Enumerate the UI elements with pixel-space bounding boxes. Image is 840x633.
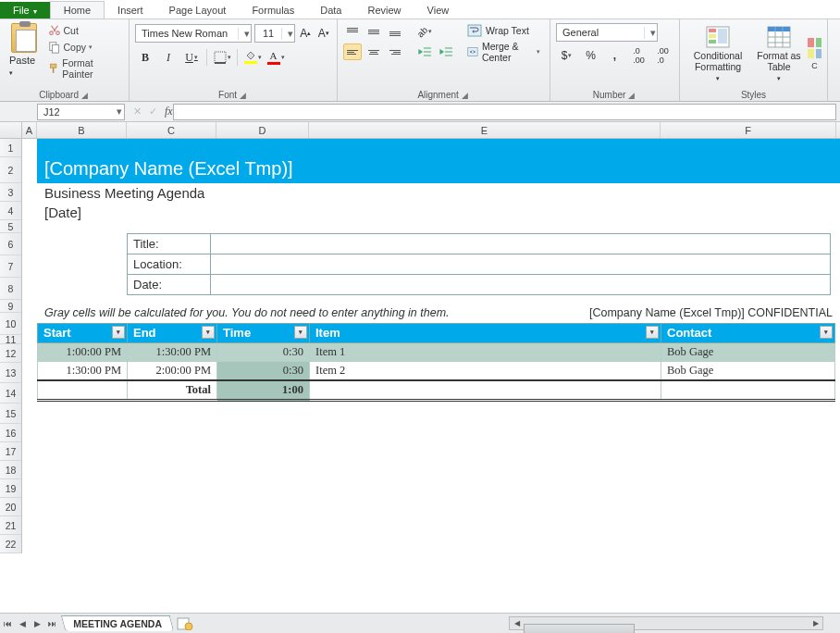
increase-font-button[interactable]: A▴: [298, 23, 314, 43]
filter-icon[interactable]: ▾: [820, 326, 833, 339]
merge-center-button[interactable]: Merge & Center ▾: [463, 40, 544, 64]
font-color-button[interactable]: A▾: [266, 47, 286, 68]
wrap-text-button[interactable]: Wrap Text: [463, 23, 544, 38]
font-name-combo[interactable]: Times New Roman▾: [135, 24, 252, 43]
comma-button[interactable]: ,: [604, 45, 625, 66]
font-size-combo[interactable]: 11▾: [254, 24, 295, 43]
bold-button[interactable]: B: [135, 47, 155, 68]
align-center-button[interactable]: [364, 43, 383, 60]
enter-formula-icon[interactable]: ✓: [149, 106, 157, 118]
row-11[interactable]: 11: [0, 335, 21, 344]
total-row[interactable]: Total 1:00: [38, 380, 835, 401]
fill-color-button[interactable]: ▾: [242, 47, 263, 68]
decrease-font-button[interactable]: A▾: [316, 23, 332, 43]
svg-rect-2: [50, 64, 56, 68]
decrease-decimal-button[interactable]: .00.0: [652, 45, 673, 66]
increase-decimal-button[interactable]: .0.00: [628, 45, 649, 66]
row-6[interactable]: 6: [0, 233, 21, 255]
row-1[interactable]: 1: [0, 139, 21, 157]
row-12[interactable]: 12: [0, 344, 21, 363]
row-19[interactable]: 19: [0, 479, 21, 498]
row-4[interactable]: 4: [0, 202, 21, 220]
row-8[interactable]: 8: [0, 278, 21, 300]
row-9[interactable]: 9: [0, 300, 21, 313]
row-3[interactable]: 3: [0, 183, 21, 202]
number-format-combo[interactable]: General▾: [556, 23, 658, 42]
meta-date-value[interactable]: [211, 275, 831, 295]
col-A[interactable]: A: [22, 122, 37, 138]
format-as-table-button[interactable]: Format as Table▾: [753, 23, 805, 85]
company-title-cell[interactable]: [Company Name (Excel Tmp)]: [37, 139, 840, 183]
hdr-contact[interactable]: Contact▾: [661, 324, 835, 343]
col-B[interactable]: B: [37, 122, 127, 138]
row-17[interactable]: 17: [0, 442, 21, 461]
row-20[interactable]: 20: [0, 498, 21, 516]
align-right-button[interactable]: [386, 43, 404, 60]
row-5[interactable]: 5: [0, 220, 21, 233]
row-16[interactable]: 16: [0, 424, 21, 442]
meta-title-label[interactable]: Title:: [128, 234, 211, 254]
meta-location-label[interactable]: Location:: [128, 254, 211, 275]
tab-insert[interactable]: Insert: [105, 2, 156, 19]
format-painter-button[interactable]: Format Painter: [46, 56, 124, 81]
fx-icon[interactable]: fx: [165, 105, 173, 118]
table-row[interactable]: 1:30:00 PM 2:00:00 PM 0:30 Item 2 Bob Ga…: [38, 362, 835, 381]
paste-button[interactable]: Paste ▾: [6, 21, 43, 79]
row-22[interactable]: 22: [0, 535, 21, 553]
date-cell[interactable]: [Date]: [37, 203, 840, 222]
hdr-item[interactable]: Item▾: [310, 324, 661, 343]
row-10[interactable]: 10: [0, 313, 21, 335]
row-13[interactable]: 13: [0, 363, 21, 383]
col-F[interactable]: F: [661, 122, 836, 138]
hdr-start[interactable]: Start▾: [38, 324, 128, 343]
row-7[interactable]: 7: [0, 255, 21, 278]
table-row[interactable]: 1:00:00 PM 1:30:00 PM 0:30 Item 1 Bob Ga…: [38, 343, 835, 362]
filter-icon[interactable]: ▾: [294, 326, 307, 339]
orientation-button[interactable]: ab▾: [415, 23, 434, 40]
tab-page-layout[interactable]: Page Layout: [156, 2, 240, 19]
row-2[interactable]: 2: [0, 157, 21, 183]
tab-file[interactable]: File▾: [0, 2, 50, 19]
tab-data[interactable]: Data: [307, 2, 354, 19]
border-button[interactable]: ▾: [212, 47, 232, 68]
cancel-formula-icon[interactable]: ✕: [133, 106, 142, 118]
align-middle-button[interactable]: [364, 23, 383, 40]
row-14[interactable]: 14: [0, 383, 21, 403]
filter-icon[interactable]: ▾: [202, 326, 215, 339]
tab-view[interactable]: View: [414, 2, 463, 19]
percent-button[interactable]: %: [580, 45, 601, 66]
tab-review[interactable]: Review: [354, 2, 414, 19]
decrease-indent-button[interactable]: [415, 43, 434, 60]
row-15[interactable]: 15: [0, 403, 21, 424]
meta-location-value[interactable]: [211, 254, 831, 275]
conditional-formatting-button[interactable]: Conditional Formatting▾: [686, 23, 750, 85]
col-C[interactable]: C: [127, 122, 216, 138]
formula-bar-input[interactable]: [173, 104, 836, 120]
col-D[interactable]: D: [216, 122, 309, 138]
underline-button[interactable]: U▾: [181, 47, 202, 68]
align-top-button[interactable]: [343, 23, 362, 40]
tab-home[interactable]: Home: [50, 1, 105, 19]
tab-formulas[interactable]: Formulas: [239, 2, 307, 19]
subtitle-cell[interactable]: Business Meeting Agenda: [37, 183, 840, 203]
copy-button[interactable]: Copy ▾: [46, 40, 124, 55]
filter-icon[interactable]: ▾: [646, 326, 659, 339]
increase-indent-button[interactable]: [437, 43, 455, 60]
meta-date-label[interactable]: Date:: [128, 275, 211, 295]
row-18[interactable]: 18: [0, 461, 21, 479]
align-left-button[interactable]: [343, 43, 362, 60]
cell-styles-button[interactable]: C: [808, 34, 821, 73]
name-box[interactable]: J12▾: [37, 104, 125, 120]
row-21[interactable]: 21: [0, 516, 21, 535]
filter-icon[interactable]: ▾: [112, 326, 125, 339]
col-E[interactable]: E: [309, 122, 661, 138]
select-all-corner[interactable]: [0, 122, 22, 138]
italic-button[interactable]: I: [158, 47, 179, 68]
hdr-end[interactable]: End▾: [128, 324, 217, 343]
meta-title-value[interactable]: [211, 234, 831, 254]
worksheet-grid[interactable]: [Company Name (Excel Tmp)] Business Meet…: [22, 139, 840, 553]
cut-button[interactable]: Cut: [46, 23, 124, 38]
currency-button[interactable]: $▾: [556, 45, 577, 66]
align-bottom-button[interactable]: [386, 23, 404, 40]
hdr-time[interactable]: Time▾: [217, 324, 310, 343]
